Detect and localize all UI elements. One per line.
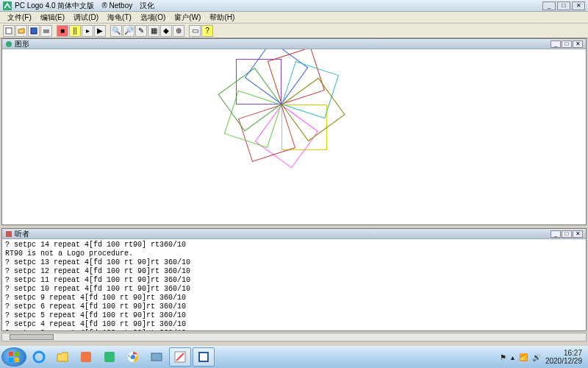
svg-rect-8 bbox=[9, 358, 13, 362]
svg-rect-9 bbox=[15, 358, 19, 362]
tool-turtle[interactable]: ⊕ bbox=[173, 25, 184, 37]
menu-item-1[interactable]: 编辑(E) bbox=[36, 13, 69, 23]
svg-point-4 bbox=[6, 41, 12, 47]
windows-taskbar: ⚑ ▴ 📶 🔊 16:27 2020/12/29 bbox=[0, 346, 588, 368]
console-line: ? setpc 5 repeat 4[fd 100 rt 90]rt 360/1… bbox=[5, 311, 583, 320]
svg-rect-7 bbox=[15, 352, 19, 356]
console-line: ? setpc 3 repeat 4[fd 100 rt 90]rt 360/1… bbox=[5, 329, 583, 330]
tool-save[interactable] bbox=[28, 25, 40, 37]
listener-pane: 听者 _ □ ✕ ? setpc 14 repeat 4[fd 100 rt90… bbox=[1, 228, 587, 331]
tool-print[interactable] bbox=[40, 25, 52, 37]
graphics-max[interactable]: □ bbox=[562, 40, 572, 48]
tool-new[interactable] bbox=[3, 25, 15, 37]
system-tray[interactable]: ⚑ ▴ 📶 🔊 16:27 2020/12/29 bbox=[495, 349, 587, 365]
menu-item-6[interactable]: 帮助(H) bbox=[205, 13, 239, 23]
listener-title: 听者 bbox=[15, 229, 29, 239]
graphics-title: 图形 bbox=[15, 39, 29, 49]
console-line: ? setpc 4 repeat 4[fd 100 rt 90]rt 360/1… bbox=[5, 320, 583, 329]
menu-item-2[interactable]: 调试(D) bbox=[69, 13, 103, 23]
svg-rect-18 bbox=[200, 353, 207, 361]
console-line: RT90 is not a Logo procedure. bbox=[5, 250, 583, 258]
console-line: ? setpc 13 repeat 4[fd 100 rt 90]rt 360/… bbox=[5, 258, 583, 267]
menu-item-4[interactable]: 选项(O) bbox=[136, 13, 170, 23]
title-author: ® Netboy bbox=[101, 1, 132, 10]
graphics-min[interactable]: _ bbox=[551, 40, 561, 48]
tool-window[interactable]: ▭ bbox=[189, 25, 201, 37]
menu-item-3[interactable]: 海龟(T) bbox=[103, 13, 136, 23]
svg-rect-11 bbox=[81, 352, 91, 362]
tray-flag-icon: ⚑ bbox=[500, 353, 506, 361]
listener-icon bbox=[5, 230, 12, 238]
console-line: ? setpc 14 repeat 4[fd 100 rt90] rt360/1… bbox=[5, 241, 583, 250]
taskbar-ie[interactable] bbox=[28, 347, 50, 367]
taskbar-explorer[interactable] bbox=[51, 347, 74, 367]
tray-clock[interactable]: 16:27 2020/12/29 bbox=[545, 349, 582, 365]
svg-rect-5 bbox=[6, 231, 12, 237]
listener-max[interactable]: □ bbox=[562, 230, 572, 238]
taskbar-chrome[interactable] bbox=[122, 347, 144, 367]
console-line: ? setpc 9 repeat 4[fd 100 rt 90]rt 360/1… bbox=[5, 294, 583, 302]
horizontal-scrollbar[interactable] bbox=[1, 333, 587, 342]
tool-open[interactable] bbox=[15, 25, 27, 37]
svg-rect-3 bbox=[43, 29, 49, 33]
svg-point-10 bbox=[34, 352, 44, 362]
taskbar-logo[interactable] bbox=[193, 347, 215, 367]
graphics-close[interactable]: ✕ bbox=[573, 40, 583, 48]
tray-network-icon: 📶 bbox=[519, 353, 528, 361]
start-button[interactable] bbox=[1, 347, 26, 367]
console-line: ? setpc 12 repeat 4[fd 100 rt 90]rt 360/… bbox=[5, 267, 583, 276]
app-titlebar: PC Logo 4.0 简体中文版 ® Netboy 汉化 _ □ ✕ bbox=[0, 0, 588, 12]
tool-shape[interactable]: ◆ bbox=[160, 25, 172, 37]
menu-item-0[interactable]: 文件(F) bbox=[3, 13, 36, 23]
tray-volume-icon: 🔊 bbox=[532, 353, 541, 361]
tool-zoom-in[interactable]: 🔎 bbox=[123, 25, 135, 37]
windows-logo-icon bbox=[8, 351, 20, 363]
svg-rect-15 bbox=[151, 353, 162, 361]
title-app: PC Logo 4.0 简体中文版 bbox=[15, 1, 94, 11]
svg-rect-6 bbox=[9, 352, 13, 356]
taskbar-paint[interactable] bbox=[169, 347, 191, 367]
svg-rect-1 bbox=[6, 28, 12, 34]
title-tag: 汉化 bbox=[140, 1, 154, 11]
listener-titlebar: 听者 _ □ ✕ bbox=[2, 229, 586, 239]
close-button[interactable]: ✕ bbox=[572, 1, 585, 10]
svg-rect-2 bbox=[31, 28, 37, 34]
tool-pause[interactable]: || bbox=[69, 25, 81, 37]
menu-item-5[interactable]: 窗户(W) bbox=[170, 13, 205, 23]
tool-zoom-out[interactable]: 🔍 bbox=[110, 25, 122, 37]
tool-stop[interactable]: ■ bbox=[57, 25, 68, 37]
graphics-pane: 图形 _ □ ✕ bbox=[1, 38, 587, 225]
maximize-button[interactable]: □ bbox=[557, 1, 570, 10]
console-line: ? setpc 6 repeat 4[fd 100 rt 90]rt 360/1… bbox=[5, 302, 583, 311]
taskbar-app1[interactable] bbox=[75, 347, 97, 367]
tool-run[interactable]: ▶ bbox=[94, 25, 106, 37]
console-line: ? setpc 10 repeat 4[fd 100 rt 90]rt 360/… bbox=[5, 285, 583, 294]
graphics-titlebar: 图形 _ □ ✕ bbox=[2, 39, 586, 49]
app-icon bbox=[3, 1, 12, 10]
console[interactable]: ? setpc 14 repeat 4[fd 100 rt90] rt360/1… bbox=[2, 239, 586, 330]
menubar: 文件(F)编辑(E)调试(D)海龟(T)选项(O)窗户(W)帮助(H) bbox=[0, 12, 588, 24]
tool-help[interactable]: ? bbox=[201, 25, 213, 37]
taskbar-app3[interactable] bbox=[146, 347, 168, 367]
tool-pen[interactable]: ✎ bbox=[135, 25, 147, 37]
tool-color[interactable]: ▦ bbox=[148, 25, 159, 37]
listener-min[interactable]: _ bbox=[551, 230, 561, 238]
tool-step[interactable]: ▸ bbox=[82, 25, 93, 37]
tray-chevron-icon[interactable]: ▴ bbox=[511, 353, 514, 361]
minimize-button[interactable]: _ bbox=[542, 1, 556, 10]
graphics-canvas bbox=[2, 49, 586, 224]
console-line: ? setpc 11 repeat 4[fd 100 rt 90]rt 360/… bbox=[5, 276, 583, 285]
toolbar: ■ || ▸ ▶ 🔍 🔎 ✎ ▦ ◆ ⊕ ▭ ? bbox=[0, 24, 588, 38]
taskbar-app2[interactable] bbox=[98, 347, 121, 367]
turtle-icon bbox=[5, 40, 12, 48]
svg-rect-12 bbox=[104, 352, 115, 362]
listener-close[interactable]: ✕ bbox=[573, 230, 583, 238]
